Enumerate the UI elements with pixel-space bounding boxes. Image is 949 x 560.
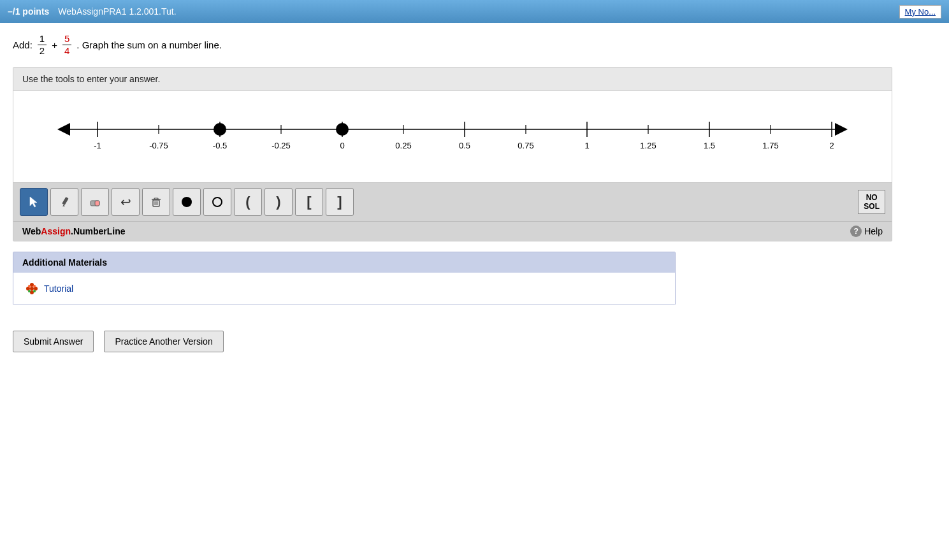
widget-instruction: Use the tools to enter your answer.: [13, 68, 892, 91]
svg-rect-7: [154, 198, 158, 199]
numberline-area[interactable]: -1 -0.75 -0.5 -0.25 0 0.25 0.5: [13, 91, 892, 183]
additional-materials-body: Tutorial: [13, 273, 675, 305]
trash-icon: [150, 196, 163, 208]
plus-sign: +: [52, 39, 57, 50]
left-bracket-icon: [: [307, 194, 311, 210]
help-icon: ?: [850, 226, 862, 237]
filled-circle-tool-button[interactable]: [173, 188, 201, 216]
svg-point-20: [28, 290, 31, 292]
fraction2: 5 4: [62, 33, 71, 57]
tutorial-link[interactable]: Tutorial: [25, 282, 663, 296]
undo-icon: ↩: [120, 196, 131, 208]
fraction2-denominator: 4: [62, 45, 71, 57]
eraser-icon: [89, 196, 101, 208]
right-paren-tool-button[interactable]: ): [264, 188, 293, 216]
numberline-widget: Use the tools to enter your answer. -1 -…: [13, 67, 892, 241]
problem-statement: Add: 1 2 + 5 4 . Graph the sum on a numb…: [13, 33, 936, 57]
fraction1: 1 2: [38, 33, 47, 57]
brand-text: WebAssign.NumberLine: [22, 226, 126, 236]
label-1.75: 1.75: [762, 141, 778, 150]
bottom-buttons: Submit Answer Practice Another Version: [13, 324, 936, 359]
additional-materials-header: Additional Materials: [13, 252, 675, 273]
tutorial-icon: [25, 282, 39, 296]
brand-assign: Assign: [41, 226, 71, 236]
label-1: 1: [584, 141, 589, 150]
practice-another-version-button[interactable]: Practice Another Version: [104, 331, 223, 352]
svg-point-18: [28, 285, 31, 287]
header-bar: –/1 points WebAssignPRA1 1.2.001.Tut. My…: [0, 0, 949, 23]
label-0.75: 0.75: [518, 141, 533, 150]
problem-prefix: Add:: [13, 39, 33, 50]
label-0.25: 0.25: [395, 141, 411, 150]
label-0: 0: [340, 141, 344, 150]
label--1: -1: [94, 141, 101, 150]
label-0.5: 0.5: [459, 141, 470, 150]
label-1.5: 1.5: [704, 141, 715, 150]
label--0.25: -0.25: [272, 141, 291, 150]
right-bracket-icon: ]: [337, 194, 342, 210]
pencil-icon: [58, 196, 71, 208]
left-bracket-tool-button[interactable]: [: [295, 188, 323, 216]
cursor-icon: [27, 196, 40, 208]
point-0[interactable]: [336, 123, 349, 136]
additional-materials: Additional Materials Tutorial: [13, 252, 676, 305]
numberline-svg[interactable]: -1 -0.75 -0.5 -0.25 0 0.25 0.5: [33, 104, 873, 161]
brand-bar: WebAssign.NumberLine ? Help: [13, 222, 892, 241]
tutorial-label: Tutorial: [44, 284, 73, 294]
open-circle-icon: [211, 196, 224, 208]
submit-answer-button[interactable]: Submit Answer: [13, 331, 94, 352]
my-notes-button[interactable]: My No...: [899, 5, 941, 18]
fraction1-numerator: 1: [38, 33, 47, 45]
points-label: –/1 points: [8, 6, 49, 17]
label--0.5: -0.5: [213, 141, 227, 150]
svg-rect-1: [62, 197, 68, 205]
assignment-id: WebAssignPRA1 1.2.001.Tut.: [58, 6, 176, 17]
svg-point-21: [33, 290, 36, 292]
open-circle-tool-button[interactable]: [203, 188, 231, 216]
svg-point-19: [33, 285, 36, 287]
svg-rect-4: [95, 201, 99, 206]
filled-circle-icon: [180, 196, 193, 208]
eraser-tool-button[interactable]: [81, 188, 109, 216]
label-1.25: 1.25: [640, 141, 656, 150]
no-sol-label: NOSOL: [864, 193, 880, 211]
toolbar: ↩: [13, 183, 892, 222]
problem-suffix: . Graph the sum on a number line.: [76, 39, 222, 50]
brand-numberline: NumberLine: [73, 226, 126, 236]
help-link[interactable]: ? Help: [850, 226, 883, 237]
svg-point-13: [30, 287, 34, 291]
right-bracket-tool-button[interactable]: ]: [326, 188, 354, 216]
fraction2-numerator: 5: [62, 33, 71, 45]
svg-marker-0: [30, 197, 37, 207]
left-paren-icon: (: [245, 194, 250, 210]
svg-point-12: [213, 197, 222, 206]
point-neg0.5[interactable]: [214, 123, 226, 136]
main-content: Add: 1 2 + 5 4 . Graph the sum on a numb…: [0, 23, 949, 369]
no-sol-button[interactable]: NOSOL: [858, 190, 885, 215]
help-label: Help: [864, 226, 883, 236]
left-paren-tool-button[interactable]: (: [234, 188, 262, 216]
brand-web: Web: [22, 226, 41, 236]
label--0.75: -0.75: [149, 141, 168, 150]
fraction1-denominator: 2: [38, 45, 47, 57]
undo-button[interactable]: ↩: [112, 188, 140, 216]
select-tool-button[interactable]: [20, 188, 48, 216]
delete-button[interactable]: [142, 188, 170, 216]
label-2: 2: [829, 141, 834, 150]
pencil-tool-button[interactable]: [50, 188, 78, 216]
right-paren-icon: ): [276, 194, 280, 210]
svg-point-11: [182, 197, 192, 207]
